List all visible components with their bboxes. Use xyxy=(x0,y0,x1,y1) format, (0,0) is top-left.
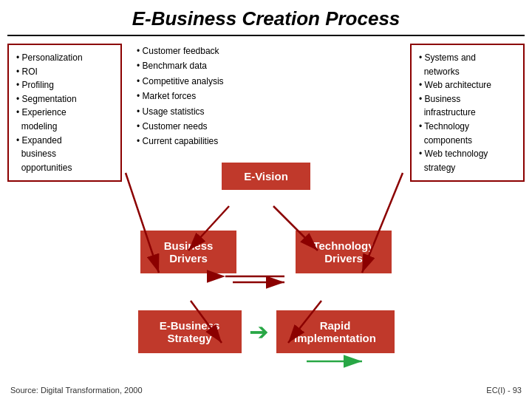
footer: Source: Digital Transformation, 2000 EC(… xyxy=(0,386,532,395)
bullet-4: • Market forces xyxy=(137,89,224,103)
bullet-3: • Competitive analysis xyxy=(137,74,224,89)
left-panel: • Personalization • ROI • Profiling • Se… xyxy=(7,44,122,182)
left-item-3: • Profiling xyxy=(16,80,54,90)
bullet-5: • Usage statistics xyxy=(137,104,224,119)
rapid-implementation-box: RapidImplementation xyxy=(276,310,395,353)
page-title: E-Business Creation Process xyxy=(7,0,525,36)
right-item-2: • Web architecture xyxy=(419,80,491,90)
right-item-3: • Business infrastructure xyxy=(419,94,476,118)
middle-section: BusinessDrivers TechnologyDrivers xyxy=(7,231,525,273)
right-panel: • Systems and networks • Web architectur… xyxy=(410,44,525,182)
evision-box: E-Vision xyxy=(222,163,310,190)
left-item-1: • Personalization xyxy=(16,52,83,63)
footer-page: EC(I) - 93 xyxy=(486,386,522,395)
right-arrow-icon: ➔ xyxy=(249,318,269,346)
bullet-7: • Current capabilities xyxy=(137,134,224,149)
left-item-5: • Experience modeling xyxy=(16,107,66,132)
top-bullet-list: • Customer feedback • Benchmark data • C… xyxy=(137,44,224,149)
bullet-2: • Benchmark data xyxy=(137,58,224,73)
right-item-4: • Technology components xyxy=(419,121,472,146)
bottom-section: E-BusinessStrategy ➔ RapidImplementation xyxy=(7,310,525,353)
business-drivers-box: BusinessDrivers xyxy=(140,231,236,273)
strategy-box: E-BusinessStrategy xyxy=(138,310,242,353)
right-item-5: • Web technology strategy xyxy=(419,149,488,173)
bullet-1: • Customer feedback xyxy=(137,44,224,58)
technology-drivers-box: TechnologyDrivers xyxy=(296,231,392,273)
left-item-6: • Expanded business opportunities xyxy=(16,135,72,173)
footer-source: Source: Digital Transformation, 2000 xyxy=(10,386,143,395)
bullet-6: • Customer needs xyxy=(137,119,224,134)
right-item-1: • Systems and networks xyxy=(419,52,476,77)
left-item-4: • Segmentation xyxy=(16,94,77,104)
left-item-2: • ROI xyxy=(16,66,38,77)
